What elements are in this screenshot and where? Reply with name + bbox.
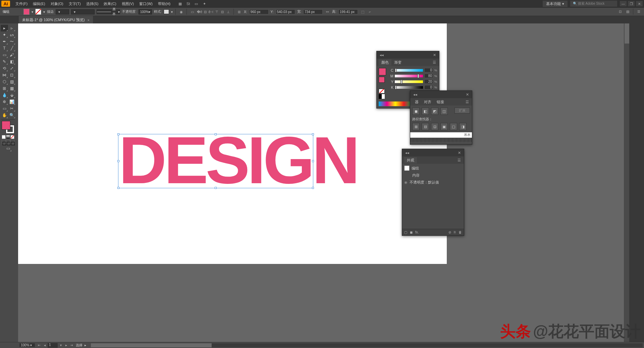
- lasso-tool[interactable]: ᔕ: [8, 31, 15, 38]
- color-fill-proxy[interactable]: [379, 77, 385, 83]
- panel-menu-icon[interactable]: ☰: [457, 158, 462, 162]
- align-vcenter-icon[interactable]: ⊟: [220, 9, 225, 14]
- shape-builder-tool[interactable]: ⬡: [1, 78, 8, 85]
- document-tab[interactable]: 未标题-1* @ 100% (CMYK/GPU 预览) ×: [19, 16, 93, 23]
- opacity-dropdown[interactable]: 100% ▾: [139, 9, 152, 14]
- corner-icon[interactable]: ⌐: [367, 9, 373, 14]
- color-tab[interactable]: 颜色: [379, 59, 391, 66]
- selection-handle[interactable]: [312, 187, 314, 189]
- appearance-panel[interactable]: ◂◂ ✕ 外观 ☰ 编组 内容 ◉ 不透明度：默认值 ▢ ◼ fx. ⊘ ⎘ 🗑: [402, 149, 464, 236]
- color-fill-swatch[interactable]: [379, 68, 386, 75]
- horizontal-scrollbar[interactable]: [91, 343, 643, 347]
- appearance-row-contents[interactable]: 内容: [402, 172, 464, 179]
- tab-close-icon[interactable]: ×: [88, 18, 90, 22]
- color-mode-icon[interactable]: [2, 135, 6, 139]
- width-input[interactable]: [303, 9, 323, 14]
- shape-mode-minus-icon[interactable]: ◧: [422, 108, 429, 115]
- draw-behind-icon[interactable]: ◻: [6, 140, 10, 144]
- status-menu-icon[interactable]: ▸: [85, 343, 86, 347]
- selection-handle[interactable]: [117, 160, 119, 162]
- bw-swatch-icon[interactable]: [379, 94, 385, 99]
- pf-outline-icon[interactable]: ▢: [450, 123, 457, 130]
- align-hcenter-icon[interactable]: ⊟: [203, 9, 208, 14]
- chevron-down-icon[interactable]: ▾: [32, 10, 33, 14]
- align-to-icon[interactable]: ▭: [190, 9, 195, 14]
- pf-divide-icon[interactable]: ⊞: [412, 123, 420, 130]
- direct-selection-tool[interactable]: ▹: [8, 25, 15, 31]
- draw-inside-icon[interactable]: ◻: [10, 140, 14, 144]
- close-button[interactable]: ✕: [636, 1, 643, 6]
- y-input[interactable]: [276, 9, 295, 14]
- fill-swatch[interactable]: [23, 9, 30, 15]
- prev-artboard-icon[interactable]: ◂: [42, 343, 47, 348]
- clear-icon[interactable]: ⊘: [448, 230, 451, 234]
- right-panel-dock[interactable]: [629, 23, 644, 342]
- pf-crop-icon[interactable]: ▣: [440, 123, 448, 130]
- align-top-icon[interactable]: ⊤: [214, 9, 219, 14]
- y-input[interactable]: [424, 79, 433, 84]
- align-tab[interactable]: 对齐: [421, 99, 434, 105]
- fill-stroke-indicator[interactable]: [2, 121, 14, 134]
- align-bottom-icon[interactable]: ⊥: [225, 9, 231, 14]
- edit-icon[interactable]: ▤: [625, 9, 630, 14]
- blend-tool[interactable]: ⬙: [8, 92, 15, 98]
- isolate-icon[interactable]: ⊡: [618, 9, 623, 14]
- appearance-row-opacity[interactable]: ◉ 不透明度：默认值: [402, 179, 464, 186]
- artboard-tool[interactable]: ▭: [1, 105, 8, 112]
- menu-help[interactable]: 帮助(H): [155, 1, 173, 6]
- m-input[interactable]: [424, 74, 433, 78]
- brush-tool[interactable]: 🖌: [8, 52, 15, 58]
- zoom-tool[interactable]: 🔍: [8, 112, 15, 119]
- arrange-icon[interactable]: ▭: [193, 1, 199, 7]
- k-slider[interactable]: [395, 86, 423, 89]
- panel-menu-icon[interactable]: ☰: [636, 9, 641, 14]
- canvas-area[interactable]: DESIGN: [16, 23, 629, 342]
- recolor-icon[interactable]: ◉: [178, 9, 184, 14]
- minimize-button[interactable]: —: [620, 1, 627, 6]
- c-input[interactable]: [424, 68, 433, 72]
- rectangle-tool[interactable]: ▭: [1, 52, 8, 58]
- chevron-down-icon[interactable]: ▾: [43, 10, 45, 14]
- appearance-row-group[interactable]: 编组: [402, 164, 464, 172]
- pf-merge-icon[interactable]: ⊡: [431, 123, 438, 130]
- magic-wand-tool[interactable]: ✦: [1, 31, 8, 38]
- menu-object[interactable]: 对象(O): [48, 1, 66, 6]
- panel-close-icon[interactable]: ✕: [465, 92, 470, 97]
- workspace-switcher[interactable]: 基本功能 ▾: [543, 1, 568, 7]
- pathfinder-panel[interactable]: ◂◂ ✕ 器 对齐 链接 ☰ ◼ ◧ ◩ ◫ 扩展 路径查找器： ⊞ ⊟ ⊡ ▣…: [410, 90, 472, 145]
- rotate-tool[interactable]: ⟲: [1, 65, 8, 72]
- selection-handle[interactable]: [312, 133, 314, 135]
- pen-tool[interactable]: ✒: [1, 38, 8, 45]
- stroke-weight-dropdown[interactable]: ▾: [56, 9, 69, 14]
- expand-button[interactable]: 扩展: [454, 108, 470, 114]
- appearance-tab[interactable]: 外观: [404, 157, 417, 163]
- slice-tool[interactable]: ✂: [8, 105, 15, 112]
- panel-collapse-icon[interactable]: ◂◂: [404, 151, 410, 155]
- c-slider[interactable]: [395, 69, 423, 72]
- menu-window[interactable]: 窗口(W): [137, 1, 155, 6]
- menu-select[interactable]: 选择(S): [84, 1, 101, 6]
- align-right-icon[interactable]: ē⊣: [208, 9, 214, 14]
- menu-edit[interactable]: 编辑(E): [30, 1, 48, 6]
- first-artboard-icon[interactable]: ⇤: [37, 343, 42, 348]
- curvature-tool[interactable]: 〜: [8, 38, 15, 45]
- panel-collapse-icon[interactable]: ◂◂: [412, 92, 418, 97]
- m-slider[interactable]: [395, 75, 423, 77]
- gradient-mode-icon[interactable]: [6, 135, 10, 139]
- add-effect-icon[interactable]: fx.: [415, 230, 419, 234]
- gpu-icon[interactable]: ✦: [201, 1, 207, 7]
- pencil-tool[interactable]: ✎: [1, 58, 8, 65]
- k-input[interactable]: [424, 85, 433, 89]
- mesh-tool[interactable]: ⊞: [1, 85, 8, 92]
- panel-close-icon[interactable]: ✕: [457, 151, 462, 155]
- selection-tool[interactable]: ▸: [1, 25, 8, 31]
- artboard-number[interactable]: 1: [48, 343, 58, 348]
- delete-icon[interactable]: 🗑: [459, 230, 462, 234]
- artboard-dropdown-icon[interactable]: ▾: [58, 343, 63, 348]
- add-fill-icon[interactable]: ◼: [410, 230, 413, 234]
- screen-mode-icon[interactable]: ▭: [4, 145, 12, 152]
- perspective-tool[interactable]: ▨: [8, 78, 15, 85]
- eraser-tool[interactable]: ◧: [8, 58, 15, 65]
- shape-mode-unite-icon[interactable]: ◼: [412, 108, 420, 115]
- stroke-profile-preview[interactable]: 基本▾: [97, 9, 120, 14]
